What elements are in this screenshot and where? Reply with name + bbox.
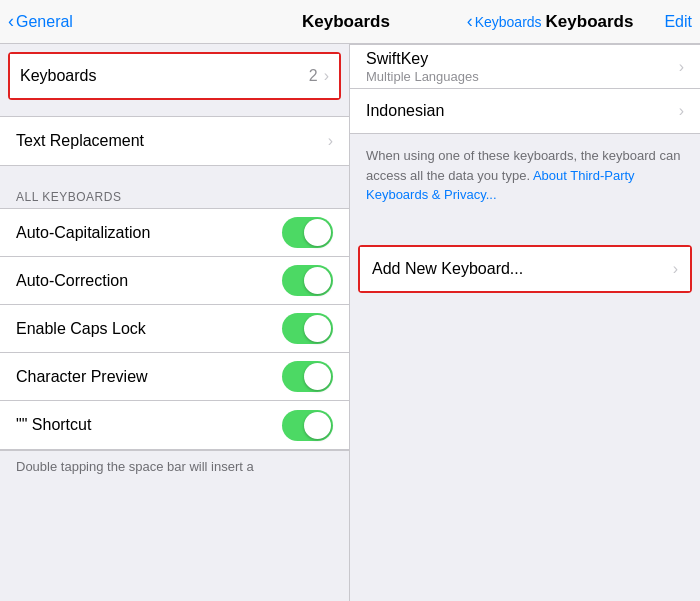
add-keyboard-highlight: Add New Keyboard... › <box>358 245 692 293</box>
left-nav-title: Keyboards <box>302 12 390 31</box>
swiftkey-chevron-icon: › <box>679 58 684 76</box>
indonesian-content: Indonesian <box>366 101 679 122</box>
keyboards-row-highlight: Keyboards 2 › <box>8 52 341 100</box>
text-replacement-group: Text Replacement › <box>0 116 349 166</box>
swiftkey-content: SwiftKey Multiple Languages <box>366 49 679 85</box>
swiftkey-subtitle: Multiple Languages <box>366 69 679 84</box>
info-text-block: When using one of these keyboards, the k… <box>350 134 700 217</box>
keyboards-value: 2 <box>309 67 318 85</box>
all-keyboards-header: ALL KEYBOARDS <box>0 182 349 208</box>
indonesian-chevron-icon: › <box>679 102 684 120</box>
text-replacement-chevron-icon: › <box>328 132 333 150</box>
nav-right: ‹ Keyboards Keyboards Edit <box>459 11 700 32</box>
keyboards-row[interactable]: Keyboards 2 › <box>10 54 339 98</box>
bottom-text: Double tapping the space bar will insert… <box>0 450 349 482</box>
text-replacement-row[interactable]: Text Replacement › <box>0 117 349 165</box>
split-container: Keyboards 2 › Text Replacement › ALL KEY… <box>0 44 700 601</box>
nav-bar: ‹ General Keyboards ‹ Keyboards Keyboard… <box>0 0 700 44</box>
shortcut-row[interactable]: "" Shortcut <box>0 401 349 449</box>
char-preview-label: Character Preview <box>16 368 282 386</box>
auto-corr-label: Auto-Correction <box>16 272 282 290</box>
char-preview-row[interactable]: Character Preview <box>0 353 349 401</box>
swiftkey-title: SwiftKey <box>366 49 679 70</box>
section-gap-1 <box>0 166 349 182</box>
auto-corr-toggle[interactable] <box>282 265 333 296</box>
back-button[interactable]: ‹ General <box>8 11 73 32</box>
back-chevron-icon: ‹ <box>8 11 14 32</box>
add-keyboard-row[interactable]: Add New Keyboard... › <box>360 247 690 291</box>
caps-lock-toggle[interactable] <box>282 313 333 344</box>
auto-cap-label: Auto-Capitalization <box>16 224 282 242</box>
right-nav-breadcrumb-area: ‹ Keyboards Keyboards <box>467 11 634 32</box>
left-panel: Keyboards 2 › Text Replacement › ALL KEY… <box>0 44 350 601</box>
right-nav-title: Keyboards <box>546 12 634 32</box>
right-breadcrumb[interactable]: Keyboards <box>475 14 542 30</box>
right-panel: SwiftKey Multiple Languages › Indonesian… <box>350 44 700 601</box>
caps-lock-row[interactable]: Enable Caps Lock <box>0 305 349 353</box>
add-keyboard-chevron-icon: › <box>673 260 678 278</box>
all-keyboards-group: Auto-Capitalization Auto-Correction Enab… <box>0 208 349 450</box>
right-back-chevron-icon: ‹ <box>467 11 473 32</box>
auto-capitalization-row[interactable]: Auto-Capitalization <box>0 209 349 257</box>
auto-correction-row[interactable]: Auto-Correction <box>0 257 349 305</box>
keyboards-label: Keyboards <box>20 67 309 85</box>
swiftkey-row[interactable]: SwiftKey Multiple Languages › <box>350 45 700 89</box>
shortcut-toggle[interactable] <box>282 410 333 441</box>
edit-button[interactable]: Edit <box>664 13 692 31</box>
caps-lock-label: Enable Caps Lock <box>16 320 282 338</box>
keyboards-chevron-icon: › <box>324 67 329 85</box>
indonesian-title: Indonesian <box>366 101 679 122</box>
shortcut-label: "" Shortcut <box>16 416 282 434</box>
add-keyboard-label: Add New Keyboard... <box>372 260 673 278</box>
text-replacement-section: Text Replacement › <box>0 116 349 166</box>
nav-left: ‹ General <box>0 11 233 32</box>
back-label: General <box>16 13 73 31</box>
keyboards-section: Keyboards 2 › <box>0 52 349 100</box>
char-preview-toggle[interactable] <box>282 361 333 392</box>
nav-center-title: Keyboards <box>233 12 458 32</box>
auto-cap-toggle[interactable] <box>282 217 333 248</box>
keyboards-list-group: SwiftKey Multiple Languages › Indonesian… <box>350 44 700 134</box>
text-replacement-label: Text Replacement <box>16 132 328 150</box>
right-section-gap <box>350 217 700 237</box>
indonesian-row[interactable]: Indonesian › <box>350 89 700 133</box>
